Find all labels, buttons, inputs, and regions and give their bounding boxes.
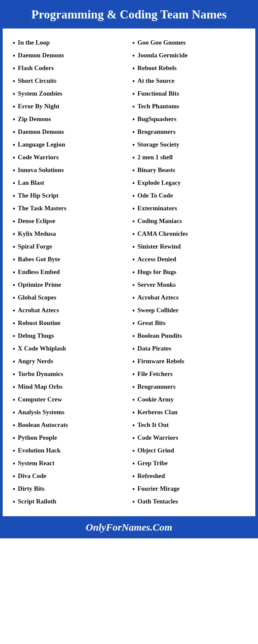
left-column: In the LoopDaemon DemonsFlash CodersShor… (13, 37, 129, 508)
list-item: Hugs for Bugs (132, 266, 245, 279)
list-item: Kylix Medusa (13, 228, 126, 240)
list-item: Data Pirates (132, 342, 245, 355)
page-title: Programming & Coding Team Names (7, 7, 251, 22)
list-item: Innova Solutions (13, 164, 126, 177)
list-item: BugSquashers (132, 113, 245, 126)
list-item: Angry Nerds (13, 355, 126, 368)
list-item: Short Circuits (13, 75, 126, 88)
list-item: Mind Map Orbs (13, 381, 126, 393)
list-item: Grep Tribe (132, 457, 245, 470)
list-item: Oath Tentacles (132, 495, 245, 508)
list-item: System React (13, 457, 126, 470)
list-item: Kerberos Clan (132, 406, 245, 419)
list-item: Boolean Pundits (132, 330, 245, 342)
list-item: File Fetchers (132, 368, 245, 381)
list-item: Spiral Forge (13, 240, 126, 253)
right-column: Goo Goo GnomesJoomla GermicideReboot Reb… (129, 37, 245, 508)
list-item: Code Warriors (132, 432, 245, 444)
list-item: Lan Blast (13, 177, 126, 190)
list-item: Boolean Autocrats (13, 419, 126, 432)
list-item: Optimize Prime (13, 279, 126, 291)
list-item: Server Monks (132, 279, 245, 291)
list-item: Firmware Rebels (132, 355, 245, 368)
list-item: Tech It Out (132, 419, 245, 432)
list-item: Refreshed (132, 470, 245, 483)
list-item: Brogrammers (132, 126, 245, 139)
content: In the LoopDaemon DemonsFlash CodersShor… (0, 29, 258, 516)
list-item: Acrobat Aztecs (13, 304, 126, 317)
list-item: Diva Code (13, 470, 126, 483)
list-item: Goo Goo Gnomes (132, 37, 245, 49)
list-item: CAMA Chronicles (132, 228, 245, 240)
list-item: Storage Society (132, 139, 245, 151)
list-item: Great Bits (132, 317, 245, 330)
list-item: Tech Phantoms (132, 100, 245, 113)
left-list: In the LoopDaemon DemonsFlash CodersShor… (13, 37, 126, 508)
list-item: Endless Embed (13, 266, 126, 279)
page-wrapper: Programming & Coding Team Names In the L… (0, 0, 258, 538)
list-item: Sinister Rewind (132, 240, 245, 253)
list-item: Cookie Army (132, 393, 245, 406)
list-item: Fourier Mirage (132, 483, 245, 495)
list-item: Global Scopes (13, 291, 126, 304)
list-item: Binary Beasts (132, 164, 245, 177)
footer-text: OnlyForNames.Com (86, 522, 172, 533)
list-item: At the Source (132, 75, 245, 88)
list-item: Evolution Hack (13, 444, 126, 457)
list-item: Turbo Dynamics (13, 368, 126, 381)
footer: OnlyForNames.Com (0, 516, 258, 538)
list-item: Exterminators (132, 202, 245, 215)
list-item: The Task Masters (13, 202, 126, 215)
list-item: Joomla Germicide (132, 49, 245, 62)
list-item: Code Warriors (13, 151, 126, 164)
list-item: Flash Coders (13, 62, 126, 75)
list-item: Dirty Bits (13, 483, 126, 495)
list-item: Python People (13, 432, 126, 444)
list-item: Error By Night (13, 100, 126, 113)
list-item: Ode To Code (132, 190, 245, 202)
list-item: The Hip Script (13, 190, 126, 202)
list-item: Daemon Demons (13, 49, 126, 62)
list-item: Babes Got Byte (13, 253, 126, 266)
list-item: Sweep Collider (132, 304, 245, 317)
list-item: Zip Demons (13, 113, 126, 126)
list-item: Dense Eclipse (13, 215, 126, 228)
list-item: Language Legion (13, 139, 126, 151)
list-item: In the Loop (13, 37, 126, 49)
right-list: Goo Goo GnomesJoomla GermicideReboot Reb… (132, 37, 245, 508)
header: Programming & Coding Team Names (0, 0, 258, 29)
list-item: Reboot Rebels (132, 62, 245, 75)
list-item: Analysis Systems (13, 406, 126, 419)
list-item: Brogrammers (132, 381, 245, 393)
list-item: Script Railoth (13, 495, 126, 508)
list-item: Coding Maniacs (132, 215, 245, 228)
columns: In the LoopDaemon DemonsFlash CodersShor… (13, 37, 245, 508)
list-item: Computer Crew (13, 393, 126, 406)
list-item: Acrobat Aztecs (132, 291, 245, 304)
list-item: Object Grind (132, 444, 245, 457)
list-item: Debug Thugs (13, 330, 126, 342)
list-item: System Zombies (13, 88, 126, 100)
list-item: Explode Legacy (132, 177, 245, 190)
list-item: Functional Bits (132, 88, 245, 100)
list-item: Daemon Demons (13, 126, 126, 139)
list-item: 2 men 1 shell (132, 151, 245, 164)
list-item: Access Denied (132, 253, 245, 266)
list-item: Robust Routine (13, 317, 126, 330)
list-item: X Code Whiplash (13, 342, 126, 355)
